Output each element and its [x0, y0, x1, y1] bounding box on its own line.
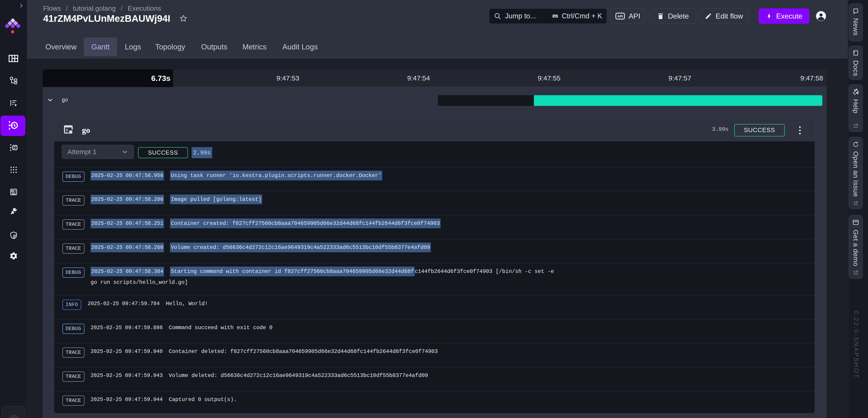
svg-text:API: API	[618, 14, 623, 18]
